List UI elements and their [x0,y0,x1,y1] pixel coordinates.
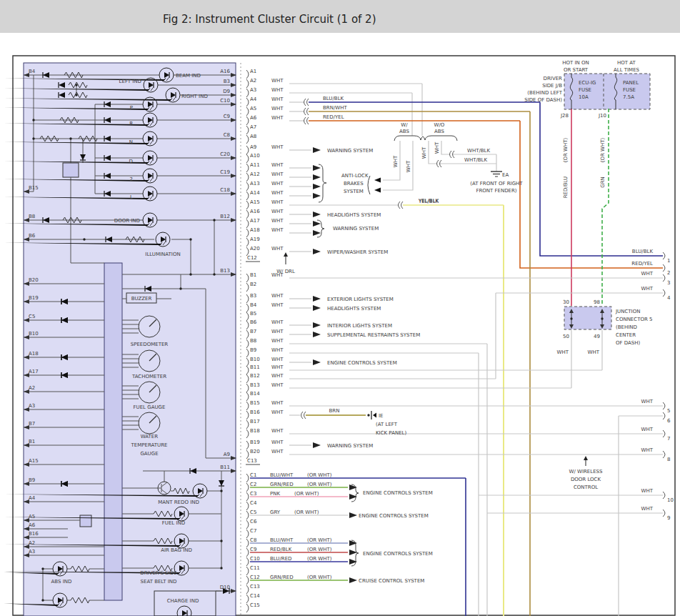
pin-label: B4 [29,69,36,74]
pin-label: B20 [250,449,260,454]
label: JUNCTION [615,309,640,314]
label: SIDE J/B [542,83,562,89]
edge-number: 3 [667,280,670,286]
pin-label: A4 [250,96,257,102]
junction-dot [75,94,77,96]
system-label: INTERIOR LIGHTS SYSTEM [327,323,392,329]
label: (OR WHT) [600,137,606,162]
label: YEL/BLK [418,198,439,204]
label: AIR BAG IND [161,547,192,553]
wire-color-label: (OR WHT) [307,575,332,580]
pin-label: A20 [250,246,260,252]
label: (AT LEFT [376,422,398,427]
system-label: ENGINE CONTROLS SYSTEM [327,360,397,366]
wire-color-label: GRN/RED [270,482,294,487]
junction-dot [41,599,44,601]
pin-label: C2 [250,482,256,487]
system-label: SUPPLEMENTAL RESTRAINTS SYSTEM [327,332,420,338]
pin-label: A1 [250,69,256,74]
pin-label: A2 [29,540,35,546]
pin-label: B15 [29,185,39,191]
pin-label: D9 [223,89,230,94]
pin-label: B8 [250,338,256,344]
wire-color-label: GRY [270,510,281,515]
junction-dot [367,414,369,416]
system-label: WARNING SYSTEM [327,148,373,154]
label: LEFT IND [119,79,141,84]
label: R [129,121,133,126]
edge-number: 5 [667,408,670,414]
wire-color-label: WHT [271,181,284,187]
pin-label: C15 [250,602,260,608]
pin-label: B13 [250,382,260,388]
edge-number: 7 [667,436,670,442]
edge-number: 6 [667,418,671,424]
label: DOOR IND [114,218,140,224]
wire-color-label: WHT [271,302,284,308]
pin-label: A17 [250,218,260,224]
pin-label: A5 [29,514,35,520]
pin-label: C5 [29,314,35,319]
relay-box [80,515,91,527]
pin-label: B7 [250,329,256,334]
pin-label: B10 [29,331,39,337]
wire-color-label: WHT [641,271,654,277]
pin-label: A3 [29,403,35,409]
system-label: WIPER/WASHER SYSTEM [327,249,388,255]
pin-label: B6 [29,233,36,239]
pin-label: A3 [250,87,256,93]
label: WHT/BLK [464,157,488,163]
pin-label: A18 [250,227,260,233]
label: W/ [401,122,408,128]
wire-color-label: WHT [641,506,654,512]
system-label: HEADLIGHTS SYSTEM [327,212,381,218]
pin-label: C11 [250,565,260,571]
pin-label: B15 [250,400,260,406]
pin-label: C12 [247,255,257,261]
wire-color-label: WHT [271,338,284,344]
pin-label: B9 [250,347,256,353]
label: J28 [560,113,569,119]
wire-color-label: WHT [271,96,284,102]
label: ENGINE CONTROLS SYSTEM [363,490,433,496]
pin-label: B14 [250,391,260,397]
label: FUEL IND [162,520,185,526]
label: W/O [434,122,445,128]
junction-dot [220,490,222,492]
pin-label: B6 [250,319,257,325]
wire-color-label: (OR WHT) [294,510,319,515]
pin-label: B12 [250,373,260,379]
wire-color-label: BLU/RED [270,556,292,562]
label: WHT [434,141,440,154]
label: DRIVER'S SIDE [140,570,176,576]
label: W/ DRL [276,269,295,274]
label: BRAKES [344,181,364,187]
wire-color-label: WHT [271,106,284,111]
wire-color-label: RED/YEL [631,261,653,267]
junction-dot [570,317,572,319]
label: WHT/BLK [467,148,491,154]
wire-color-label: BLU/WHT [270,472,294,478]
pin-label: A14 [250,190,260,196]
pin-label: A9 [250,144,256,150]
label: WHT [406,160,411,172]
pin-label: A2 [250,78,256,84]
wire-color-label: WHT [271,373,284,379]
label: HOT IN ON [562,60,589,66]
junction-dot [189,238,191,240]
pin-label: A16 [220,69,230,74]
wire-color-label: WHT [271,449,284,454]
pin-label: B2 [250,282,256,287]
wire-color-label: RED/BLK [270,547,292,552]
pin-label: C13 [250,584,260,590]
pin-label: C9 [224,114,230,119]
wire-color-label: (OR WHT) [307,547,332,552]
pin-label: B18 [250,428,260,434]
pin-label: B16 [250,409,260,415]
pin-label: B7 [29,421,35,427]
wire-color-label: WHT [271,357,284,362]
driver-side-jb-box [564,74,650,109]
pin-label: A3 [29,549,35,555]
label: L [130,194,133,200]
label: DOOR LOCK [571,477,601,482]
